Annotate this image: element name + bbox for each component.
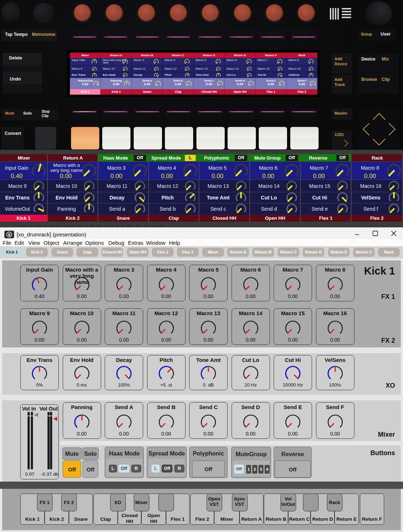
svg-text:8: 8 [8,232,10,237]
